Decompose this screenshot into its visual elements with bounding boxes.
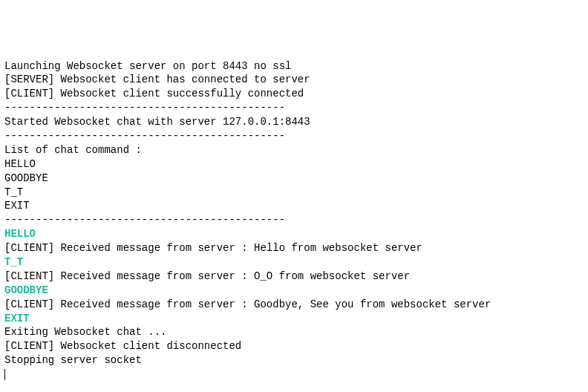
terminal-line: Stopping server socket <box>4 353 584 368</box>
terminal-line: T_T <box>4 255 584 270</box>
cursor-icon <box>4 369 5 380</box>
terminal-line: [SERVER] Websocket client has connected … <box>4 73 584 87</box>
terminal-line: [CLIENT] Received message from server : … <box>4 241 584 255</box>
terminal-line: EXIT <box>4 312 584 326</box>
terminal-line: Started Websocket chat with server 127.0… <box>4 115 584 129</box>
terminal-output: Launching Websocket server on port 8443 … <box>4 59 584 382</box>
terminal-line: List of chat command : <box>4 143 584 157</box>
terminal-line: HELLO <box>4 227 584 241</box>
terminal-line: GOODBYE <box>4 284 584 298</box>
terminal-line: Launching Websocket server on port 8443 … <box>4 59 584 74</box>
terminal-line: [CLIENT] Websocket client successfully c… <box>4 87 584 101</box>
terminal-line: [CLIENT] Websocket client disconnected <box>4 339 584 353</box>
terminal-line: [CLIENT] Received message from server : … <box>4 298 584 312</box>
terminal-line: ----------------------------------------… <box>4 101 584 115</box>
terminal-line: ----------------------------------------… <box>4 213 584 227</box>
terminal-line: HELLO <box>4 157 584 172</box>
terminal-line: T_T <box>4 186 584 200</box>
terminal-cursor-line[interactable] <box>4 368 584 382</box>
terminal-line: ----------------------------------------… <box>4 129 584 143</box>
terminal-line: Exiting Websocket chat ... <box>4 325 584 339</box>
terminal-line: EXIT <box>4 199 584 213</box>
terminal-line: [CLIENT] Received message from server : … <box>4 270 584 284</box>
terminal-line: GOODBYE <box>4 172 584 186</box>
